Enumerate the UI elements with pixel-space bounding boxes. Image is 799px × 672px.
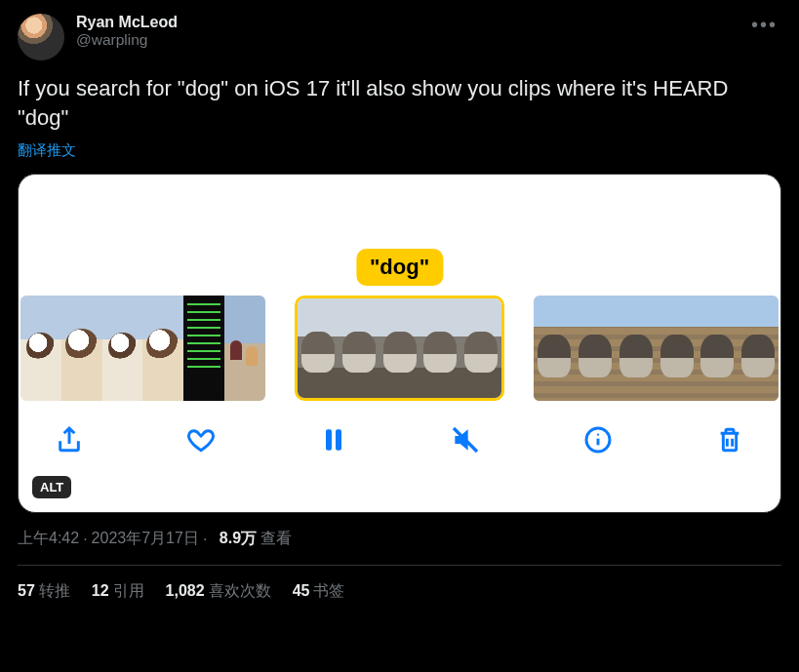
tweet-time[interactable]: 上午4:42 xyxy=(18,529,79,549)
display-name: Ryan McLeod xyxy=(76,14,736,31)
tweet-header: Ryan McLeod @warpling ••• xyxy=(18,14,781,60)
views-label: 查看 xyxy=(260,529,292,549)
thumbnail xyxy=(298,298,339,398)
quotes-stat[interactable]: 12引用 xyxy=(92,581,144,602)
avatar[interactable] xyxy=(18,14,64,60)
info-icon[interactable] xyxy=(580,422,616,457)
media-attachment[interactable]: "dog" xyxy=(18,174,781,513)
tweet-stats: 57转推 12引用 1,082喜欢次数 45书签 xyxy=(18,566,781,602)
media-top: "dog" xyxy=(19,175,780,282)
media-toolbar xyxy=(19,401,780,457)
thumbnail xyxy=(616,296,657,401)
thumbnail xyxy=(657,296,698,401)
tweet-date[interactable]: 2023年7月17日 xyxy=(92,529,199,549)
thumbnail xyxy=(460,298,501,398)
svg-point-5 xyxy=(596,434,598,436)
thumbnail xyxy=(738,296,779,401)
share-icon[interactable] xyxy=(52,422,87,457)
svg-rect-0 xyxy=(326,430,332,451)
tweet-text: If you search for "dog" on iOS 17 it'll … xyxy=(18,74,781,132)
more-options-icon[interactable]: ••• xyxy=(747,14,781,36)
thumbnail xyxy=(419,298,460,398)
thumbnail xyxy=(534,296,575,401)
thumbnail xyxy=(142,296,183,401)
thumbnail xyxy=(380,298,420,398)
views-count: 8.9万 xyxy=(220,529,257,549)
heart-icon[interactable] xyxy=(183,422,219,457)
search-tag-badge: "dog" xyxy=(356,249,443,286)
video-scrubber[interactable] xyxy=(19,296,780,401)
clip-group-1 xyxy=(20,296,265,401)
thumbnail xyxy=(102,296,143,401)
svg-rect-1 xyxy=(336,430,341,451)
tweet-container: Ryan McLeod @warpling ••• If you search … xyxy=(0,0,799,602)
thumbnail xyxy=(575,296,616,401)
thumbnail xyxy=(224,296,265,401)
bookmarks-stat[interactable]: 45书签 xyxy=(293,581,345,602)
tweet-meta: 上午4:42 · 2023年7月17日 · 8.9万 查看 xyxy=(18,529,781,549)
thumbnail xyxy=(61,296,102,401)
likes-stat[interactable]: 1,082喜欢次数 xyxy=(166,581,271,602)
thumbnail xyxy=(183,296,224,401)
clip-group-3 xyxy=(534,296,779,401)
translate-link[interactable]: 翻译推文 xyxy=(18,141,781,160)
handle: @warpling xyxy=(76,31,736,49)
thumbnail xyxy=(697,296,738,401)
trash-icon[interactable] xyxy=(712,422,747,457)
pause-icon[interactable] xyxy=(316,422,351,457)
clip-group-active xyxy=(295,296,504,401)
thumbnail xyxy=(20,296,61,401)
author-names[interactable]: Ryan McLeod @warpling xyxy=(76,14,736,49)
mute-icon[interactable] xyxy=(448,422,483,457)
alt-badge[interactable]: ALT xyxy=(32,476,71,498)
retweets-stat[interactable]: 57转推 xyxy=(18,581,70,602)
thumbnail xyxy=(339,298,380,398)
